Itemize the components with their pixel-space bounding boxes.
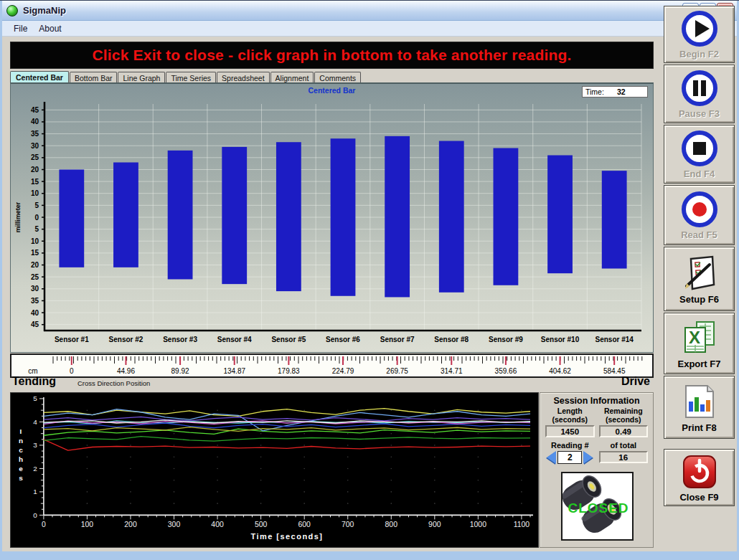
svg-text:c: c [19,446,23,454]
total-readings-value: 16 [599,451,649,463]
session-title: Session Information [540,396,653,406]
drive-label: Drive [621,375,650,388]
excel-icon: X [679,318,720,358]
svg-text:millimeter: millimeter [14,201,22,232]
session-panel: Session Information Length (seconds) Rem… [540,392,654,548]
nip-status-badge: CLOSED [551,500,646,516]
time-value: 32 [617,87,626,96]
print-button[interactable]: Print F8 [664,376,735,439]
tending-label: Tending [12,375,56,388]
svg-text:300: 300 [168,521,181,528]
svg-text:1: 1 [33,488,37,495]
tab-strip: Centered Bar Bottom Bar Line Graph Time … [10,71,362,83]
svg-text:Sensor #4: Sensor #4 [217,336,252,343]
centered-bar-chart-panel: Centered Bar Time: 32 454035302520151050… [10,82,654,353]
svg-text:Sensor #3: Sensor #3 [163,336,197,343]
svg-text:20: 20 [31,261,39,269]
svg-text:30: 30 [31,285,39,293]
close-button[interactable]: Close F9 [664,449,735,506]
tab-alignment[interactable]: Alignment [270,72,314,83]
svg-text:5: 5 [34,225,39,233]
svg-text:45: 45 [31,106,39,114]
svg-text:25: 25 [31,153,39,161]
svg-text:25: 25 [31,273,39,281]
svg-text:Sensor #9: Sensor #9 [489,336,523,343]
svg-text:Sensor #10: Sensor #10 [541,336,580,343]
begin-button[interactable]: Begin F2 [664,6,735,63]
end-button[interactable]: End F4 [664,125,735,184]
play-icon [680,9,719,48]
centered-bar-chart: 45403530252015105051015202530354045Senso… [11,97,652,353]
chart-title: Centered Bar [11,86,653,95]
reading-label: Reading # [545,441,595,450]
svg-text:20: 20 [31,166,39,174]
svg-text:44.96: 44.96 [117,367,135,375]
nip-rolls-image: CLOSED [561,472,634,541]
svg-text:900: 900 [428,521,441,528]
svg-text:224.79: 224.79 [332,367,354,375]
svg-text:X: X [689,328,700,347]
svg-text:2: 2 [33,465,37,473]
svg-text:Sensor #8: Sensor #8 [434,336,469,343]
svg-text:40: 40 [31,309,39,317]
time-series-plot: 0123450100200300400500600700800900100011… [11,393,538,547]
svg-text:Sensor #7: Sensor #7 [380,336,415,343]
tab-spreadsheet[interactable]: Spreadsheet [217,72,270,83]
svg-text:e: e [19,465,23,473]
action-button-column: Begin F2 Pause F3 End F4 Read F5 [664,6,735,508]
tab-bottom-bar[interactable]: Bottom Bar [70,72,118,83]
power-icon [680,452,719,491]
svg-text:100: 100 [81,521,94,528]
menu-bar: File About [2,21,737,37]
svg-text:10: 10 [31,189,39,197]
reading-prev-arrow-icon[interactable] [547,451,556,464]
tab-line-graph[interactable]: Line Graph [118,72,165,83]
svg-text:404.62: 404.62 [549,367,571,375]
svg-text:n: n [19,437,23,445]
svg-text:1100: 1100 [514,521,530,528]
svg-text:89.92: 89.92 [171,367,189,375]
warning-banner: Click Exit to close - click graph in bot… [10,42,654,69]
svg-text:35: 35 [31,130,39,138]
setup-button[interactable]: Setup F6 [664,247,735,311]
svg-text:269.75: 269.75 [386,367,408,375]
svg-text:314.71: 314.71 [441,367,463,375]
sigmanip-window: SigmaNip ✕ File About Click Exit to clos… [0,0,739,560]
svg-text:Sensor #2: Sensor #2 [109,336,143,343]
svg-text:h: h [19,455,23,463]
ruler-axis-label: Cross Direction Position [77,379,150,387]
reading-stepper: 2 [545,451,595,464]
svg-text:700: 700 [342,521,354,528]
pause-icon [680,69,719,108]
length-label: Length (seconds) [545,407,595,424]
svg-text:400: 400 [211,521,224,528]
svg-text:Sensor #1: Sensor #1 [55,336,89,343]
tab-centered-bar[interactable]: Centered Bar [10,71,69,83]
length-value: 1450 [545,425,595,437]
svg-text:35: 35 [31,297,39,305]
svg-text:584.45: 584.45 [603,367,626,375]
svg-text:179.83: 179.83 [278,367,300,375]
reading-number-field[interactable]: 2 [557,451,582,464]
svg-text:15: 15 [31,178,39,186]
time-field[interactable]: Time: 32 [582,86,648,98]
svg-text:500: 500 [255,521,268,528]
menu-file[interactable]: File [8,22,33,35]
cross-direction-ruler: 044.9689.92134.87179.83224.79269.75314.7… [10,353,654,378]
svg-text:800: 800 [385,521,398,528]
svg-text:200: 200 [124,521,137,528]
of-total-label: of total [599,441,649,450]
reading-next-arrow-icon[interactable] [583,451,593,464]
remaining-label: Remaining (seconds) [599,407,649,424]
menu-about[interactable]: About [33,22,67,35]
pause-button[interactable]: Pause F3 [664,65,735,123]
svg-text:134.87: 134.87 [223,367,245,375]
tab-comments[interactable]: Comments [314,72,361,83]
svg-text:Sensor #5: Sensor #5 [271,336,306,343]
export-button[interactable]: X Export F7 [664,313,735,374]
stop-icon [680,129,719,168]
tab-time-series[interactable]: Time Series [166,72,216,83]
svg-text:Time [seconds]: Time [seconds] [250,532,323,541]
read-button[interactable]: Read F5 [664,185,735,245]
time-series-chart[interactable]: 0123450100200300400500600700800900100011… [10,392,539,548]
